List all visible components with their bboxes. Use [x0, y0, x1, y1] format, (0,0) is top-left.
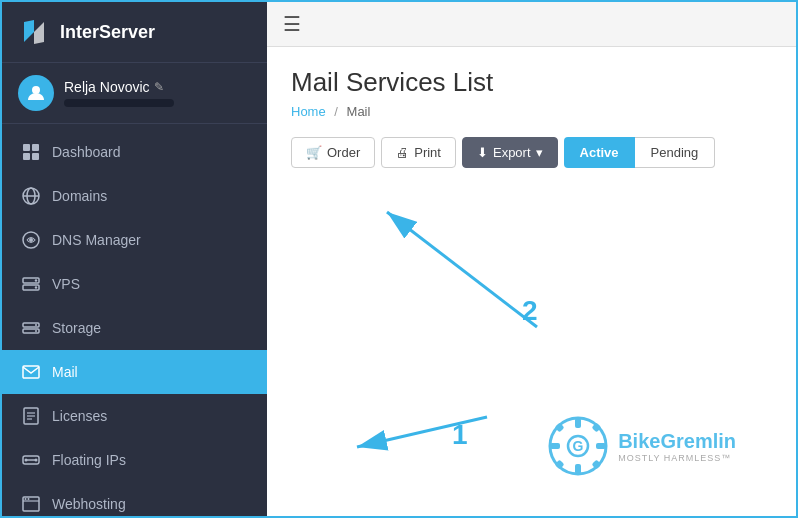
export-button[interactable]: ⬇ Export ▾	[462, 137, 558, 168]
sidebar-header: InterServer	[2, 2, 267, 63]
sidebar-item-licenses[interactable]: Licenses	[2, 394, 267, 438]
sidebar: InterServer Relja Novovic ✎	[2, 2, 267, 516]
bikegremlin-logo: G BikeGremlin MOSTLY HARMLESS™	[548, 416, 736, 476]
svg-point-14	[35, 279, 37, 281]
annotation-label-2: 2	[522, 295, 538, 327]
sidebar-item-label: Dashboard	[52, 144, 121, 160]
print-button[interactable]: 🖨 Print	[381, 137, 456, 168]
print-label: Print	[414, 145, 441, 160]
status-toggle: Active Pending	[564, 137, 716, 168]
svg-point-11	[29, 238, 33, 242]
export-icon: ⬇	[477, 145, 488, 160]
order-label: Order	[327, 145, 360, 160]
svg-marker-1	[34, 22, 44, 44]
active-tab-button[interactable]: Active	[564, 137, 635, 168]
svg-rect-39	[575, 464, 581, 474]
licenses-icon	[20, 405, 42, 427]
edit-icon[interactable]: ✎	[154, 80, 164, 94]
svg-line-34	[357, 417, 487, 447]
svg-rect-6	[32, 153, 39, 160]
order-button[interactable]: 🛒 Order	[291, 137, 375, 168]
domains-icon	[20, 185, 42, 207]
svg-marker-0	[24, 20, 34, 42]
sidebar-item-label: Storage	[52, 320, 101, 336]
svg-text:G: G	[573, 438, 584, 454]
sidebar-item-label: Domains	[52, 188, 107, 204]
svg-rect-20	[23, 366, 39, 378]
interserver-logo-icon	[18, 16, 50, 48]
svg-point-28	[35, 459, 38, 462]
svg-line-35	[387, 212, 537, 327]
export-dropdown-icon: ▾	[536, 145, 543, 160]
sidebar-item-webhosting[interactable]: Webhosting	[2, 482, 267, 516]
svg-rect-41	[596, 443, 606, 449]
sidebar-item-domains[interactable]: Domains	[2, 174, 267, 218]
cart-icon: 🛒	[306, 145, 322, 160]
annotation-label-1: 1	[452, 419, 468, 451]
sidebar-item-label: Floating IPs	[52, 452, 126, 468]
webhosting-icon	[20, 493, 42, 515]
export-label: Export	[493, 145, 531, 160]
bikegremlin-name: BikeGremlin	[618, 430, 736, 453]
dashboard-icon	[20, 141, 42, 163]
svg-point-19	[35, 330, 37, 332]
sidebar-item-floating-ips[interactable]: Floating IPs	[2, 438, 267, 482]
user-bar	[64, 99, 174, 107]
svg-rect-40	[550, 443, 560, 449]
user-avatar-icon	[18, 75, 54, 111]
svg-rect-5	[23, 153, 30, 160]
bikegremlin-tagline: MOSTLY HARMLESS™	[618, 453, 736, 463]
sidebar-item-mail[interactable]: Mail	[2, 350, 267, 394]
svg-point-27	[25, 459, 28, 462]
sidebar-item-dashboard[interactable]: Dashboard	[2, 130, 267, 174]
mail-icon	[20, 361, 42, 383]
vps-icon	[20, 273, 42, 295]
sidebar-item-label: VPS	[52, 276, 80, 292]
main-content: Mail Services List Home / Mail 🛒 Order 🖨…	[267, 47, 796, 516]
breadcrumb: Home / Mail	[291, 104, 772, 119]
svg-rect-3	[23, 144, 30, 151]
sidebar-item-dns-manager[interactable]: DNS Manager	[2, 218, 267, 262]
breadcrumb-separator: /	[334, 104, 338, 119]
sidebar-item-label: Mail	[52, 364, 78, 380]
sidebar-item-storage[interactable]: Storage	[2, 306, 267, 350]
sidebar-item-label: Licenses	[52, 408, 107, 424]
svg-point-2	[32, 86, 40, 94]
floating-ips-icon	[20, 449, 42, 471]
sidebar-item-label: DNS Manager	[52, 232, 141, 248]
breadcrumb-home-link[interactable]: Home	[291, 104, 326, 119]
sidebar-user-section: Relja Novovic ✎	[2, 63, 267, 124]
svg-rect-38	[575, 418, 581, 428]
pending-tab-button[interactable]: Pending	[635, 137, 716, 168]
main-area: ☰ Mail Services List Home / Mail 🛒 Order…	[267, 2, 796, 516]
sidebar-item-vps[interactable]: VPS	[2, 262, 267, 306]
svg-point-31	[25, 498, 27, 500]
svg-point-32	[28, 498, 30, 500]
svg-rect-4	[32, 144, 39, 151]
sidebar-brand-name: InterServer	[60, 22, 155, 43]
svg-point-15	[35, 286, 37, 288]
bikegremlin-gear-icon: G	[548, 416, 608, 476]
main-topbar: ☰	[267, 2, 796, 47]
page-title: Mail Services List	[291, 67, 772, 98]
print-icon: 🖨	[396, 145, 409, 160]
sidebar-nav: Dashboard Domains	[2, 124, 267, 516]
storage-icon	[20, 317, 42, 339]
user-name: Relja Novovic	[64, 79, 150, 95]
toolbar: 🛒 Order 🖨 Print ⬇ Export ▾ Active Pendin…	[291, 137, 772, 168]
dns-icon	[20, 229, 42, 251]
sidebar-item-label: Webhosting	[52, 496, 126, 512]
svg-point-18	[35, 324, 37, 326]
hamburger-menu-button[interactable]: ☰	[283, 12, 301, 36]
breadcrumb-current: Mail	[347, 104, 371, 119]
